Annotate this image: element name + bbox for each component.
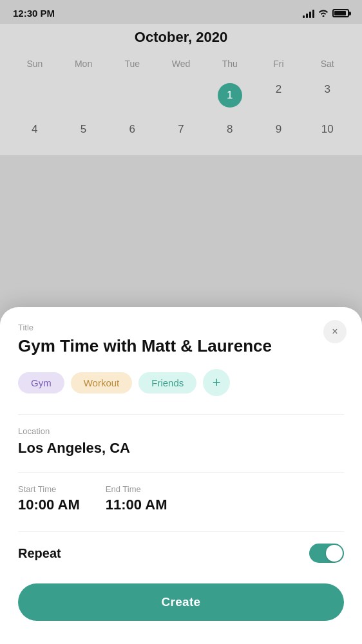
calendar-day-empty-3[interactable] <box>108 77 157 114</box>
location-value: Los Angeles, CA <box>18 440 344 457</box>
time-row: Start Time 10:00 AM End Time 11:00 AM <box>18 484 344 513</box>
calendar-background: October, 2020 Sun Mon Tue Wed Thu Fri Sa… <box>0 24 362 155</box>
add-tag-button[interactable]: + <box>203 369 230 396</box>
today-circle: 1 <box>218 83 242 108</box>
calendar-day-9[interactable]: 9 <box>254 117 303 142</box>
calendar-day-4[interactable]: 4 <box>10 117 59 142</box>
close-button[interactable]: × <box>323 320 347 343</box>
divider-1 <box>18 414 344 415</box>
calendar-day-10[interactable]: 10 <box>303 117 352 142</box>
calendar-day-7[interactable]: 7 <box>157 117 205 142</box>
tag-workout[interactable]: Workout <box>71 372 133 393</box>
start-time-label: Start Time <box>18 484 80 494</box>
create-button[interactable]: Create <box>18 583 344 621</box>
tags-row: Gym Workout Friends + <box>18 369 344 396</box>
calendar-day-empty-2[interactable] <box>59 77 108 114</box>
weekday-sat: Sat <box>303 56 352 71</box>
repeat-toggle[interactable] <box>309 544 344 563</box>
repeat-label: Repeat <box>18 546 61 561</box>
end-time-label: End Time <box>106 484 167 494</box>
weekday-fri: Fri <box>254 56 303 71</box>
calendar-row-2: 4 5 6 7 8 9 10 <box>10 117 352 142</box>
status-time: 12:30 PM <box>13 8 55 19</box>
start-time-value: 10:00 AM <box>18 497 80 513</box>
repeat-row: Repeat <box>18 544 344 563</box>
calendar-header: Sun Mon Tue Wed Thu Fri Sat <box>10 56 352 71</box>
status-bar: 12:30 PM <box>0 0 362 24</box>
signal-icon <box>303 9 314 18</box>
event-title: Gym Time with Matt & Laurence <box>18 336 344 356</box>
calendar-day-empty-1[interactable] <box>10 77 59 114</box>
weekday-thu: Thu <box>205 56 254 71</box>
location-label: Location <box>18 426 344 436</box>
calendar-day-5[interactable]: 5 <box>59 117 108 142</box>
weekday-tue: Tue <box>108 56 157 71</box>
calendar-day-3[interactable]: 3 <box>303 77 352 114</box>
calendar-day-6[interactable]: 6 <box>108 117 157 142</box>
title-label: Title <box>18 323 344 332</box>
divider-2 <box>18 472 344 473</box>
wifi-icon <box>318 8 329 19</box>
status-icons <box>303 8 349 19</box>
calendar-row-1: 1 2 3 <box>10 77 352 114</box>
weekday-sun: Sun <box>10 56 59 71</box>
tag-gym[interactable]: Gym <box>18 372 64 393</box>
calendar-day-1[interactable]: 1 <box>205 77 254 114</box>
end-time-block: End Time 11:00 AM <box>106 484 167 513</box>
start-time-block: Start Time 10:00 AM <box>18 484 80 513</box>
weekday-mon: Mon <box>59 56 108 71</box>
calendar-day-empty-4[interactable] <box>157 77 205 114</box>
event-detail-modal: × Title Gym Time with Matt & Laurence Gy… <box>0 307 362 644</box>
weekday-wed: Wed <box>157 56 205 71</box>
toggle-knob <box>326 545 343 562</box>
calendar-month: October, 2020 <box>10 24 352 56</box>
calendar-grid: Sun Mon Tue Wed Thu Fri Sat 1 2 3 4 5 6 … <box>10 56 352 142</box>
end-time-value: 11:00 AM <box>106 497 167 513</box>
calendar-day-2[interactable]: 2 <box>254 77 303 114</box>
battery-icon <box>332 9 349 17</box>
divider-3 <box>18 531 344 532</box>
calendar-day-8[interactable]: 8 <box>205 117 254 142</box>
tag-friends[interactable]: Friends <box>138 372 196 393</box>
